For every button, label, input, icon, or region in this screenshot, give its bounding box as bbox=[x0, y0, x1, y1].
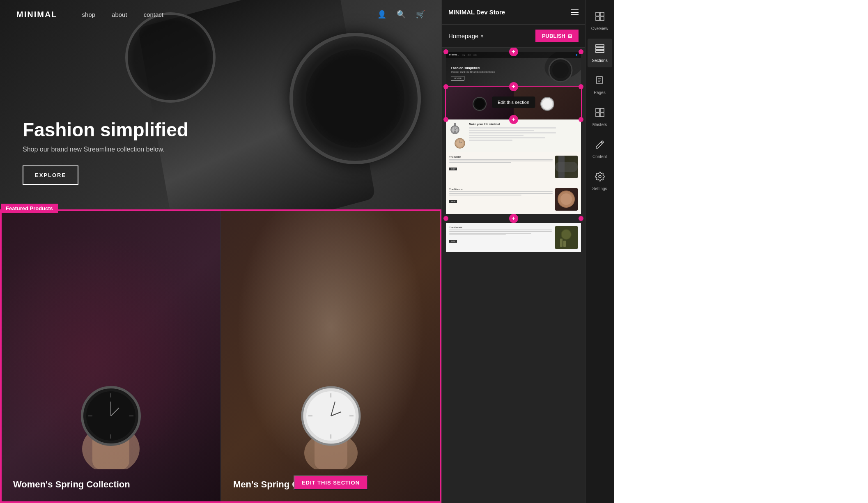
svg-rect-44 bbox=[563, 241, 566, 247]
panel-header: MINIMAL Dev Store bbox=[442, 0, 585, 25]
hero-cta-button[interactable]: EXPLORE bbox=[23, 165, 78, 185]
content-icon bbox=[595, 140, 605, 152]
toolbar-item-content[interactable]: Content bbox=[588, 135, 612, 163]
hero-title: Fashion simplified bbox=[23, 119, 188, 141]
svg-rect-49 bbox=[596, 45, 604, 47]
thumb-watch-top bbox=[449, 123, 461, 134]
svg-rect-57 bbox=[600, 108, 604, 112]
hero-content: Fashion simplified Shop our brand new St… bbox=[23, 119, 188, 185]
svg-point-26 bbox=[542, 99, 552, 109]
watch-face-main bbox=[289, 33, 421, 164]
pages-icon bbox=[595, 76, 605, 88]
thumb-nav-links: shop about contact bbox=[462, 54, 477, 56]
svg-rect-47 bbox=[596, 17, 599, 21]
hamburger-line-3 bbox=[571, 14, 579, 15]
sections-label: Sections bbox=[592, 58, 607, 63]
hero-section: MINIMAL shop about contact 👤 🔍 🛒 Fashion… bbox=[0, 0, 441, 209]
thumb-product-half-2 bbox=[514, 87, 581, 119]
svg-rect-48 bbox=[600, 17, 604, 21]
thumb-watch1-svg bbox=[471, 96, 488, 116]
thumb-missus-name: The Missus bbox=[449, 188, 553, 191]
add-section-middle-button[interactable]: + bbox=[509, 82, 518, 91]
toolbar-item-overview[interactable]: Overview bbox=[588, 7, 612, 35]
thumb-missus-left: The Missus SHOP bbox=[449, 188, 553, 211]
thumb-smith-bg: The Smith SHOP bbox=[446, 152, 581, 185]
svg-rect-45 bbox=[596, 12, 599, 16]
svg-point-61 bbox=[599, 175, 601, 178]
corner-handle-tr bbox=[579, 49, 583, 54]
thumb-about-section[interactable]: Make your life minimal bbox=[446, 119, 581, 152]
svg-rect-56 bbox=[596, 108, 599, 112]
product2-watch-svg bbox=[290, 367, 372, 469]
edit-section-button[interactable]: EDIT THIS SECTION bbox=[294, 475, 368, 490]
thumb-orchid-section[interactable]: The Orchid SHOP bbox=[446, 223, 581, 252]
featured-label: Featured Products bbox=[1, 204, 58, 213]
thumb-missus-price: SHOP bbox=[449, 200, 457, 203]
thumb-hero-subtitle: Shop our brand new Streamline collection… bbox=[451, 71, 495, 73]
side-panel: MINIMAL Dev Store Homepage ▾ PUBLISH ⊞ + bbox=[441, 0, 585, 503]
thumb-smith-section[interactable]: The Smith SHOP bbox=[446, 152, 581, 185]
svg-rect-32 bbox=[454, 131, 456, 134]
product-card-1[interactable]: Women's Spring Collection bbox=[1, 210, 221, 502]
product1-label: Women's Spring Collection bbox=[13, 479, 130, 490]
thumb-orchid-img bbox=[555, 226, 578, 249]
thumb-watches-group bbox=[449, 123, 466, 149]
main-nav: MINIMAL shop about contact 👤 🔍 🛒 bbox=[0, 0, 441, 29]
corner-handle-orchid-r bbox=[579, 216, 583, 221]
thumb-product-half-1 bbox=[446, 87, 514, 119]
nav-contact[interactable]: contact bbox=[144, 11, 163, 18]
settings-icon bbox=[595, 172, 605, 184]
corner-handle-featured-tr bbox=[579, 84, 583, 89]
svg-rect-46 bbox=[600, 12, 604, 16]
panel-store-name: MINIMAL Dev Store bbox=[448, 9, 566, 16]
corner-handle-featured-tl bbox=[443, 84, 448, 89]
chevron-down-icon: ▾ bbox=[481, 33, 483, 39]
toolbar-item-settings[interactable]: Settings bbox=[588, 167, 612, 195]
svg-rect-50 bbox=[596, 48, 604, 50]
content-label: Content bbox=[592, 154, 607, 159]
svg-point-22 bbox=[552, 62, 569, 78]
svg-point-40 bbox=[560, 193, 572, 205]
thumb-nav-logo: MINIMAL bbox=[449, 54, 459, 56]
thumb-about-bg: Make your life minimal bbox=[446, 119, 581, 152]
thumb-hero-text: Fashion simplified Shop our brand new St… bbox=[451, 66, 495, 80]
publish-label: PUBLISH bbox=[542, 33, 565, 39]
product-card-2[interactable]: Men's Spring Collection EDIT THIS SECTIO… bbox=[221, 210, 441, 502]
cart-icon[interactable]: 🛒 bbox=[416, 10, 425, 19]
overview-icon bbox=[595, 11, 605, 24]
homepage-selector[interactable]: Homepage ▾ bbox=[448, 32, 483, 39]
corner-handle-featured-br bbox=[579, 117, 583, 122]
panel-preview[interactable]: + MINIMAL shop about contact 👤 bbox=[442, 48, 585, 503]
hamburger-line-1 bbox=[571, 9, 579, 10]
nav-links: shop about contact bbox=[82, 11, 163, 18]
site-logo: MINIMAL bbox=[16, 10, 57, 19]
search-icon[interactable]: 🔍 bbox=[397, 10, 406, 19]
sections-icon bbox=[595, 44, 605, 56]
thumb-hero-btn: EXPLORE bbox=[451, 76, 464, 80]
corner-handle-orchid-l bbox=[443, 216, 448, 221]
thumb-about-title: Make your life minimal bbox=[469, 123, 578, 126]
thumb-hero-bg: MINIMAL shop about contact 👤 bbox=[446, 52, 581, 87]
thumb-smith-item: The Smith SHOP bbox=[449, 156, 578, 178]
toolbar-item-sections[interactable]: Sections bbox=[588, 39, 612, 67]
add-section-top-button[interactable]: + bbox=[509, 48, 518, 56]
thumb-watch2-svg bbox=[539, 96, 556, 116]
thumb-featured-section[interactable]: + Edit this section + bbox=[446, 87, 581, 119]
hamburger-line-2 bbox=[571, 12, 579, 13]
thumb-missus-section[interactable]: The Missus SHOP bbox=[446, 185, 581, 214]
thumb-about-text: Make your life minimal bbox=[469, 123, 578, 149]
toolbar-item-pages[interactable]: Pages bbox=[588, 71, 612, 99]
toolbar-item-masters[interactable]: Masters bbox=[588, 103, 612, 131]
thumb-hero-section[interactable]: + MINIMAL shop about contact 👤 bbox=[446, 52, 581, 87]
user-icon[interactable]: 👤 bbox=[377, 10, 386, 19]
panel-toolbar: Homepage ▾ PUBLISH ⊞ bbox=[442, 25, 585, 48]
homepage-label: Homepage bbox=[448, 32, 478, 39]
corner-handle-tl bbox=[443, 49, 448, 54]
hamburger-menu[interactable] bbox=[571, 9, 579, 15]
add-section-orchid-button[interactable]: + bbox=[509, 214, 518, 223]
thumb-smith-img bbox=[555, 156, 578, 178]
nav-about[interactable]: about bbox=[112, 11, 127, 18]
add-section-bottom-button[interactable]: + bbox=[509, 115, 518, 124]
nav-shop[interactable]: shop bbox=[82, 11, 96, 18]
publish-button[interactable]: PUBLISH ⊞ bbox=[535, 30, 579, 42]
